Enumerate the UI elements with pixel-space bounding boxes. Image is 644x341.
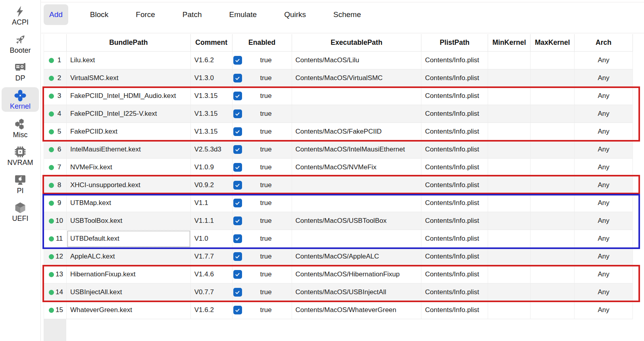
executablepath-cell[interactable]: Contents/MacOS/Lilu [292,52,422,69]
enabled-cell[interactable]: true [233,284,292,301]
executablepath-cell[interactable] [292,194,422,212]
comment-cell[interactable]: V1.4.6 [191,266,233,284]
table-row[interactable]: 7NVMeFix.kextV1.0.9trueContents/MacOS/NV… [44,159,633,176]
maxkernel-cell[interactable] [531,301,575,319]
executablepath-cell[interactable]: Contents/MacOS/FakePCIID [292,123,422,141]
row-header-cell[interactable]: 15 [44,301,67,319]
table-row[interactable]: 11UTBDefault.kextV1.0trueContents/Info.p… [44,230,633,248]
enabled-checkbox[interactable] [233,145,242,154]
enabled-checkbox[interactable] [233,216,242,225]
minkernel-cell[interactable] [488,105,531,123]
arch-cell[interactable]: Any [575,301,633,319]
row-header-cell[interactable]: 13 [44,266,67,284]
maxkernel-cell[interactable] [531,212,575,230]
tab-force[interactable]: Force [130,4,161,25]
comment-cell[interactable]: V0.7.7 [191,284,233,301]
minkernel-cell[interactable] [488,248,531,266]
executablepath-cell[interactable]: Contents/MacOS/AppleALC [292,248,422,266]
plistpath-cell[interactable]: Contents/Info.plist [421,159,488,176]
bundlepath-cell[interactable]: AppleALC.kext [67,248,191,266]
bundlepath-cell[interactable]: HibernationFixup.kext [67,266,191,284]
table-row[interactable]: 8XHCI-unsupported.kextV0.9.2trueContents… [44,176,633,194]
plistpath-cell[interactable]: Contents/Info.plist [421,230,488,248]
executablepath-cell[interactable]: Contents/MacOS/VirtualSMC [292,69,422,87]
sidebar-item-misc[interactable]: Misc [2,116,39,140]
minkernel-cell[interactable] [488,176,531,194]
executablepath-cell[interactable]: Contents/MacOS/HibernationFixup [292,266,422,284]
enabled-checkbox[interactable] [233,199,242,207]
column-header-maxkernel[interactable]: MaxKernel [531,34,575,51]
comment-cell[interactable]: V1.3.15 [191,87,233,105]
arch-cell[interactable]: Any [575,212,633,230]
maxkernel-cell[interactable] [531,87,575,105]
row-header-cell[interactable]: 4 [44,105,67,123]
executablepath-cell[interactable]: Contents/MacOS/IntelMausiEthernet [292,141,422,159]
minkernel-cell[interactable] [488,52,531,69]
bundlepath-cell[interactable]: XHCI-unsupported.kext [67,176,191,194]
column-header-comment[interactable]: Comment [191,34,233,51]
enabled-cell[interactable]: true [233,176,292,194]
maxkernel-cell[interactable] [531,284,575,301]
maxkernel-cell[interactable] [531,266,575,284]
enabled-checkbox[interactable] [233,163,242,172]
bundlepath-cell[interactable]: FakePCIID_Intel_I225-V.kext [67,105,191,123]
tab-emulate[interactable]: Emulate [223,4,262,25]
minkernel-cell[interactable] [488,212,531,230]
row-header-cell[interactable]: 5 [44,123,67,141]
maxkernel-cell[interactable] [531,105,575,123]
enabled-checkbox[interactable] [233,234,242,243]
tab-patch[interactable]: Patch [177,4,208,25]
comment-cell[interactable]: V2.5.3d3 [191,141,233,159]
bundlepath-cell[interactable]: Lilu.kext [67,52,191,69]
table-row[interactable]: 13HibernationFixup.kextV1.4.6trueContent… [44,266,633,284]
executablepath-cell[interactable] [292,176,422,194]
table-row[interactable]: 5FakePCIID.kextV1.3.15trueContents/MacOS… [44,123,633,141]
minkernel-cell[interactable] [488,284,531,301]
enabled-cell[interactable]: true [233,141,292,159]
bundlepath-cell[interactable]: IntelMausiEthernet.kext [67,141,191,159]
column-header-executablepath[interactable]: ExecutablePath [292,34,422,51]
plistpath-cell[interactable]: Contents/Info.plist [421,266,488,284]
bundlepath-cell[interactable]: NVMeFix.kext [67,159,191,176]
maxkernel-cell[interactable] [531,52,575,69]
table-row[interactable]: 10USBToolBox.kextV1.1.1trueContents/MacO… [44,212,633,230]
plistpath-cell[interactable]: Contents/Info.plist [421,69,488,87]
sidebar-item-pi[interactable]: PI [2,172,39,196]
minkernel-cell[interactable] [488,266,531,284]
table-row[interactable]: 3FakePCIID_Intel_HDMI_Audio.kextV1.3.15t… [44,87,633,105]
bundlepath-cell[interactable]: FakePCIID_Intel_HDMI_Audio.kext [67,87,191,105]
table-row[interactable]: 9UTBMap.kextV1.1trueContents/Info.plistA… [44,194,633,212]
enabled-checkbox[interactable] [233,288,242,297]
plistpath-cell[interactable]: Contents/Info.plist [421,194,488,212]
table-row[interactable]: 1Lilu.kextV1.6.2trueContents/MacOS/LiluC… [44,52,633,69]
maxkernel-cell[interactable] [531,176,575,194]
tab-quirks[interactable]: Quirks [279,4,311,25]
plistpath-cell[interactable]: Contents/Info.plist [421,105,488,123]
minkernel-cell[interactable] [488,141,531,159]
comment-cell[interactable]: V0.9.2 [191,176,233,194]
column-header-rownum[interactable] [44,34,67,51]
minkernel-cell[interactable] [488,123,531,141]
executablepath-cell[interactable] [292,87,422,105]
executablepath-cell[interactable]: Contents/MacOS/USBToolBox [292,212,422,230]
tab-scheme[interactable]: Scheme [328,4,367,25]
enabled-checkbox[interactable] [233,127,242,136]
comment-cell[interactable]: V1.3.15 [191,123,233,141]
arch-cell[interactable]: Any [575,159,633,176]
column-header-enabled[interactable]: Enabled [233,34,292,51]
sidebar-item-uefi[interactable]: UEFI [2,199,39,224]
comment-cell[interactable]: V1.3.0 [191,69,233,87]
column-header-bundlepath[interactable]: BundlePath [67,34,191,51]
executablepath-cell[interactable]: Contents/MacOS/NVMeFix [292,159,422,176]
bundlepath-cell[interactable]: VirtualSMC.kext [67,69,191,87]
table-row[interactable]: 6IntelMausiEthernet.kextV2.5.3d3trueCont… [44,141,633,159]
enabled-cell[interactable]: true [233,159,292,176]
sidebar-item-nvram[interactable]: NVRAM [2,144,39,168]
arch-cell[interactable]: Any [575,176,633,194]
tab-block[interactable]: Block [85,4,114,25]
minkernel-cell[interactable] [488,69,531,87]
row-header-cell[interactable]: 10 [44,212,67,230]
row-header-cell[interactable]: 1 [44,52,67,69]
enabled-cell[interactable]: true [233,194,292,212]
executablepath-cell[interactable]: Contents/MacOS/USBInjectAll [292,284,422,301]
